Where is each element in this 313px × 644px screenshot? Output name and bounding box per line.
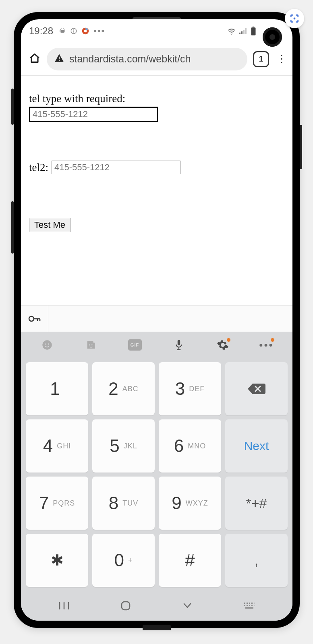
front-camera	[263, 27, 282, 47]
bixby-button	[11, 201, 14, 254]
volume-button	[11, 89, 14, 125]
test-me-button[interactable]: Test Me	[29, 218, 70, 232]
more-notifications-icon: •••	[93, 26, 105, 36]
browser-app-icon	[81, 27, 89, 35]
key-7[interactable]: 7PQRS	[26, 477, 88, 530]
svg-rect-27	[177, 340, 180, 345]
svg-rect-10	[239, 33, 240, 34]
emoji-icon[interactable]	[37, 339, 57, 351]
tel1-label: tel type with required:	[29, 93, 284, 105]
recents-button[interactable]	[58, 601, 70, 612]
key-1[interactable]: 1	[26, 362, 88, 415]
browser-toolbar: standardista.com/webkit/ch 1 ⋮	[21, 43, 292, 76]
svg-rect-35	[122, 602, 130, 610]
phone-frame: 19:28 •••	[14, 12, 300, 628]
key-9[interactable]: 9WXYZ	[159, 477, 221, 530]
tel1-input[interactable]	[29, 107, 158, 122]
usb-cable	[143, 625, 171, 630]
keyboard-toolbar: GIF •••	[21, 332, 292, 358]
mic-icon[interactable]	[169, 339, 189, 351]
key-2[interactable]: 2ABC	[92, 362, 155, 415]
more-badge	[271, 338, 274, 342]
battery-icon	[251, 27, 256, 35]
home-icon[interactable]	[28, 52, 41, 66]
clock: 19:28	[29, 25, 53, 37]
settings-icon[interactable]	[213, 339, 233, 351]
key-4[interactable]: 4GHI	[26, 419, 88, 473]
insecure-warning-icon	[54, 53, 64, 66]
svg-point-6	[73, 29, 74, 30]
svg-rect-46	[245, 607, 253, 609]
keypad: 1 2ABC 3DEF 4GHI 5JKL 6MNO Next 7PQRS 8T…	[21, 358, 292, 592]
svg-rect-45	[254, 605, 255, 606]
info-icon	[70, 27, 77, 35]
wifi-icon	[227, 27, 236, 35]
svg-point-25	[89, 345, 90, 346]
url-bar[interactable]: standardista.com/webkit/ch	[47, 48, 247, 70]
soft-keyboard: GIF ••• 1 2ABC	[21, 332, 292, 621]
keyboard-suggestion-bar	[21, 305, 292, 332]
svg-rect-37	[247, 603, 248, 604]
signal-icon	[239, 28, 247, 34]
svg-rect-39	[251, 603, 253, 604]
svg-rect-43	[249, 605, 250, 606]
svg-rect-14	[253, 27, 254, 27]
gif-label: GIF	[128, 339, 142, 351]
svg-point-18	[29, 316, 34, 321]
key-6[interactable]: 6MNO	[159, 419, 221, 473]
svg-rect-16	[59, 56, 60, 59]
svg-rect-13	[245, 28, 247, 34]
svg-point-9	[231, 34, 232, 35]
gif-icon[interactable]: GIF	[125, 339, 145, 351]
svg-rect-11	[241, 31, 243, 34]
tel2-input[interactable]	[52, 161, 180, 174]
power-button	[300, 125, 302, 169]
svg-rect-15	[251, 27, 256, 35]
key-5[interactable]: 5JKL	[92, 419, 155, 473]
key-comma[interactable]: ,	[225, 534, 288, 587]
tab-count: 1	[259, 54, 263, 64]
url-text: standardista.com/webkit/ch	[69, 53, 191, 65]
svg-rect-17	[59, 60, 60, 61]
svg-rect-40	[254, 603, 255, 604]
key-next[interactable]: Next	[225, 419, 288, 473]
home-button[interactable]	[120, 600, 131, 613]
key-3[interactable]: 3DEF	[159, 362, 221, 415]
tab-switcher[interactable]: 1	[253, 51, 269, 67]
svg-rect-12	[243, 30, 245, 34]
svg-rect-44	[251, 605, 253, 606]
key-backspace[interactable]	[225, 362, 288, 415]
svg-rect-1	[61, 30, 64, 33]
web-page-content: tel type with required: tel2: Test Me	[21, 76, 292, 305]
key-star[interactable]: ✱	[26, 534, 88, 587]
back-button[interactable]	[182, 602, 193, 611]
key-symbols[interactable]: *+#	[225, 477, 288, 530]
svg-point-24	[48, 343, 49, 345]
svg-point-23	[45, 343, 46, 345]
svg-rect-36	[244, 603, 245, 604]
password-key-icon[interactable]	[21, 305, 48, 332]
svg-rect-42	[247, 605, 248, 606]
screen-capture-button[interactable]	[285, 9, 304, 28]
svg-rect-3	[64, 30, 65, 32]
status-bar: 19:28 •••	[21, 19, 292, 43]
sticker-icon[interactable]	[81, 339, 101, 351]
keyboard-switch-icon[interactable]	[243, 601, 255, 612]
svg-point-0	[294, 18, 296, 20]
svg-rect-2	[60, 30, 60, 32]
svg-point-8	[84, 30, 87, 33]
more-icon[interactable]: •••	[257, 339, 277, 351]
svg-point-26	[91, 345, 92, 346]
browser-menu-icon[interactable]: ⋮	[275, 53, 288, 65]
android-icon	[59, 27, 66, 35]
svg-rect-38	[249, 603, 250, 604]
svg-point-22	[42, 340, 52, 349]
key-hash[interactable]: #	[159, 534, 221, 587]
tel2-label: tel2:	[29, 161, 48, 174]
suggestion-area[interactable]	[48, 305, 292, 332]
svg-rect-41	[244, 605, 245, 606]
key-8[interactable]: 8TUV	[92, 477, 155, 530]
android-nav-bar	[21, 592, 292, 621]
key-0[interactable]: 0+	[92, 534, 155, 587]
settings-badge	[227, 338, 230, 342]
